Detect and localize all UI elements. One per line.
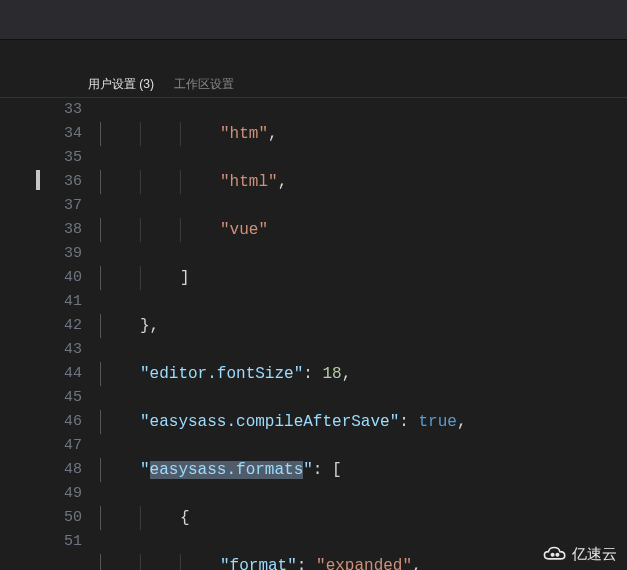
line-numbers: 3334353637 3839404142 4344454647 4849505…	[40, 98, 100, 570]
tab-user-settings[interactable]: 用户设置 (3)	[78, 70, 164, 99]
editor-left-margin	[0, 98, 40, 570]
tab-workspace-settings[interactable]: 工作区设置	[164, 70, 244, 98]
watermark-text: 亿速云	[572, 545, 617, 564]
title-bar	[0, 0, 627, 40]
overview-marker	[36, 170, 40, 190]
editor[interactable]: 3334353637 3839404142 4344454647 4849505…	[0, 98, 627, 570]
cloud-icon	[542, 544, 568, 564]
watermark-logo: 亿速云	[542, 544, 617, 564]
code-content[interactable]: "htm", "html", "vue" ] }, "editor.fontSi…	[100, 98, 466, 570]
settings-tabs: 用户设置 (3) 工作区设置	[0, 70, 627, 98]
svg-point-1	[555, 553, 559, 557]
breadcrumb-area	[0, 40, 627, 70]
svg-point-0	[551, 553, 555, 557]
